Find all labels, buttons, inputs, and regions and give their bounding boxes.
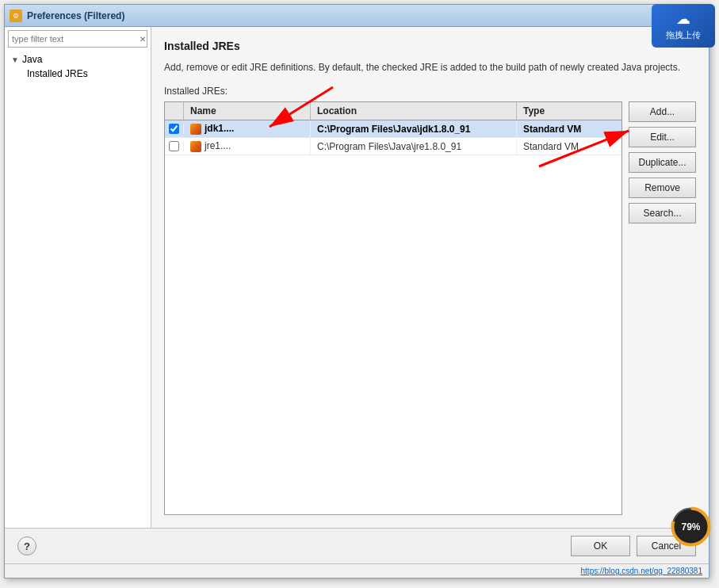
table-body: jdk1.... C:\Program Files\Java\jdk1.8.0_…: [165, 120, 621, 514]
tree-label-installed-jres: Installed JREs: [27, 68, 88, 79]
add-button[interactable]: Add...: [629, 101, 696, 122]
panel-title: Installed JREs: [164, 40, 696, 52]
cloud-icon: ☁: [676, 10, 690, 28]
jre-checkbox[interactable]: [169, 141, 179, 151]
row-checkbox-cell[interactable]: [165, 124, 184, 134]
edit-button[interactable]: Edit...: [629, 127, 696, 147]
progress-overlay: 79%: [669, 505, 713, 548]
badge-label: 拖拽上传: [666, 29, 701, 41]
jdk-checkbox[interactable]: [169, 124, 179, 134]
expand-arrow: ▼: [11, 55, 19, 64]
jdk-location-cell: C:\Program Files\Java\jdk1.8.0_91: [311, 121, 517, 137]
content-area: ✕ ▼ Java Installed JREs Installed JREs A…: [5, 27, 709, 528]
filter-container: ✕: [8, 30, 147, 48]
jre-type-cell: Standard VM: [517, 139, 621, 155]
status-link[interactable]: https://blog.csdn.net/qq_22880381: [581, 567, 702, 575]
jre-name-cell: jre1....: [184, 138, 311, 155]
svg-text:79%: 79%: [681, 521, 700, 533]
description-text: Add, remove or edit JRE definitions. By …: [164, 60, 696, 74]
main-panel: Installed JREs Add, remove or edit JRE d…: [151, 27, 709, 528]
col-header-check: [165, 102, 184, 120]
window-icon: ⚙: [10, 10, 22, 22]
cloud-badge: ☁ 拖拽上传: [652, 4, 715, 48]
progress-circle-svg: 79%: [669, 505, 713, 548]
table-row[interactable]: jdk1.... C:\Program Files\Java\jdk1.8.0_…: [165, 120, 621, 138]
col-header-type: Type: [517, 102, 622, 120]
window-title: Preferences (Filtered): [27, 10, 653, 21]
action-buttons: Add... Edit... Duplicate... Remove Searc…: [629, 101, 696, 515]
bottom-bar: ? OK Cancel: [5, 528, 709, 563]
ok-button[interactable]: OK: [571, 536, 630, 556]
jdk-icon: [190, 124, 201, 135]
tree-label-java: Java: [22, 54, 42, 65]
row-checkbox-cell[interactable]: [165, 141, 184, 151]
jdk-type-cell: Standard VM: [517, 121, 621, 137]
remove-button[interactable]: Remove: [629, 178, 696, 198]
sidebar: ✕ ▼ Java Installed JREs: [5, 27, 151, 528]
jre-icon: [190, 141, 201, 152]
filter-input[interactable]: [8, 30, 147, 48]
preferences-dialog: ⚙ Preferences (Filtered) — □ ✕ ✕ ▼ Java …: [4, 4, 709, 578]
table-header: Name Location Type: [165, 102, 621, 120]
installed-jres-label: Installed JREs:: [164, 86, 696, 97]
empty-area: [165, 155, 621, 472]
tree-node-installed-jres[interactable]: Installed JREs: [8, 67, 147, 81]
col-header-location: Location: [311, 102, 517, 120]
jdk-name-cell: jdk1....: [184, 120, 311, 137]
help-button[interactable]: ?: [17, 536, 36, 556]
duplicate-button[interactable]: Duplicate...: [629, 152, 696, 173]
table-row[interactable]: jre1.... C:\Program Files\Java\jre1.8.0_…: [165, 138, 621, 155]
filter-clear-button[interactable]: ✕: [140, 35, 146, 44]
status-bar: https://blog.csdn.net/qq_22880381: [5, 563, 709, 578]
jre-table: Name Location Type jdk1....: [164, 101, 622, 515]
col-header-name: Name: [184, 102, 311, 120]
tree-node-java[interactable]: ▼ Java: [8, 52, 147, 67]
jre-location-cell: C:\Program Files\Java\jre1.8.0_91: [311, 139, 517, 155]
table-buttons-row: Name Location Type jdk1....: [164, 101, 696, 515]
tree-container: ▼ Java Installed JREs: [8, 52, 147, 525]
title-bar: ⚙ Preferences (Filtered) — □ ✕: [5, 5, 709, 27]
search-button[interactable]: Search...: [629, 203, 696, 223]
